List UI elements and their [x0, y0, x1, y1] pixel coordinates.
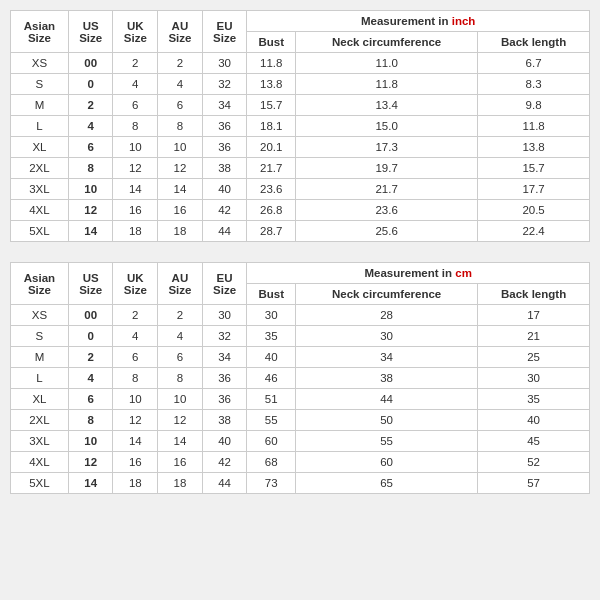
table-cell: 11.8 [247, 53, 296, 74]
table-cell: 23.6 [247, 179, 296, 200]
table-row: 4XL1216164226.823.620.5 [11, 200, 590, 221]
table-cell: 16 [113, 200, 158, 221]
table-cell: 18 [158, 221, 203, 242]
table-row: XS00223011.811.06.7 [11, 53, 590, 74]
col-header-asian: AsianSize [11, 263, 69, 305]
table-cell: 10 [113, 137, 158, 158]
table-cell: M [11, 347, 69, 368]
table-cell: 22.4 [478, 221, 590, 242]
table-cell: 10 [68, 179, 113, 200]
table-cell: 44 [202, 221, 247, 242]
table-cell: 4 [68, 368, 113, 389]
measurement-unit: inch [452, 15, 476, 27]
measurement-header: Measurement in inch [247, 11, 590, 32]
table-cell: 57 [478, 473, 590, 494]
table-row: 3XL1014144023.621.717.7 [11, 179, 590, 200]
table-row: 4XL12161642686052 [11, 452, 590, 473]
table-cell: 38 [202, 158, 247, 179]
table-cell: 20.5 [478, 200, 590, 221]
table-row: S04432353021 [11, 326, 590, 347]
table-cell: 8.3 [478, 74, 590, 95]
table-cell: 8 [113, 116, 158, 137]
table-cell: 6 [158, 95, 203, 116]
table-cell: 16 [113, 452, 158, 473]
table-row: 5XL1418184428.725.622.4 [11, 221, 590, 242]
measurement-header: Measurement in cm [247, 263, 590, 284]
col-header-eu: EUSize [202, 263, 247, 305]
table-cell: 34 [296, 347, 478, 368]
table-cell: S [11, 326, 69, 347]
table-cell: 2XL [11, 158, 69, 179]
table-row: 5XL14181844736557 [11, 473, 590, 494]
table-cell: 10 [158, 389, 203, 410]
table-cell: XS [11, 305, 69, 326]
table-row: S0443213.811.88.3 [11, 74, 590, 95]
table-cell: 34 [202, 347, 247, 368]
table-cell: 36 [202, 368, 247, 389]
col-header-us: USSize [68, 11, 113, 53]
col-sub-header-bust: Bust [247, 284, 296, 305]
table-cell: 38 [296, 368, 478, 389]
table-cell: 42 [202, 452, 247, 473]
table-cell: 18 [113, 221, 158, 242]
table-cell: 10 [68, 431, 113, 452]
table-cell: 13.8 [478, 137, 590, 158]
table-cell: 35 [478, 389, 590, 410]
table-cell: 2 [113, 305, 158, 326]
table-cell: 60 [296, 452, 478, 473]
table-cell: 12 [68, 452, 113, 473]
table-cell: 32 [202, 326, 247, 347]
col-header-eu: EUSize [202, 11, 247, 53]
table-cell: 30 [247, 305, 296, 326]
table-cell: 30 [296, 326, 478, 347]
table-row: 3XL10141440605545 [11, 431, 590, 452]
table-cell: XS [11, 53, 69, 74]
table-cell: 3XL [11, 431, 69, 452]
table-cell: 6 [68, 389, 113, 410]
table-cell: 2 [68, 95, 113, 116]
table-row: L48836463830 [11, 368, 590, 389]
table-cell: 4XL [11, 200, 69, 221]
table-cell: 36 [202, 137, 247, 158]
table-cell: S [11, 74, 69, 95]
table-cell: 26.8 [247, 200, 296, 221]
table-cell: 6.7 [478, 53, 590, 74]
table-row: XL610103620.117.313.8 [11, 137, 590, 158]
col-sub-header-neck-circumference: Neck circumference [296, 284, 478, 305]
table-cell: 21.7 [247, 158, 296, 179]
table-cell: 30 [202, 53, 247, 74]
table-cell: 15.0 [296, 116, 478, 137]
col-header-au: AUSize [158, 11, 203, 53]
table-cell: 0 [68, 74, 113, 95]
table-cell: 40 [202, 431, 247, 452]
table-cell: 36 [202, 116, 247, 137]
col-header-asian: AsianSize [11, 11, 69, 53]
table-cell: 18 [158, 473, 203, 494]
table-row: XL6101036514435 [11, 389, 590, 410]
table-cell: 00 [68, 53, 113, 74]
table-cell: 14 [158, 431, 203, 452]
table-cell: 16 [158, 200, 203, 221]
measurement-unit: cm [455, 267, 472, 279]
table-cell: 46 [247, 368, 296, 389]
table-cell: 30 [478, 368, 590, 389]
table-cell: 4XL [11, 452, 69, 473]
table-cell: 42 [202, 200, 247, 221]
col-header-us: USSize [68, 263, 113, 305]
table-cell: 12 [158, 158, 203, 179]
table-cell: 40 [202, 179, 247, 200]
table-cell: 5XL [11, 473, 69, 494]
table-cell: 73 [247, 473, 296, 494]
table-cell: 12 [113, 410, 158, 431]
table-cell: 4 [68, 116, 113, 137]
table-cell: 30 [202, 305, 247, 326]
table-cell: 6 [113, 347, 158, 368]
table-cell: 2 [68, 347, 113, 368]
table-cell: 11.8 [478, 116, 590, 137]
table-cell: 13.4 [296, 95, 478, 116]
col-sub-header-back-length: Back length [478, 32, 590, 53]
table-cell: 10 [158, 137, 203, 158]
col-sub-header-back-length: Back length [478, 284, 590, 305]
table-cell: 14 [158, 179, 203, 200]
table-cell: 14 [68, 221, 113, 242]
